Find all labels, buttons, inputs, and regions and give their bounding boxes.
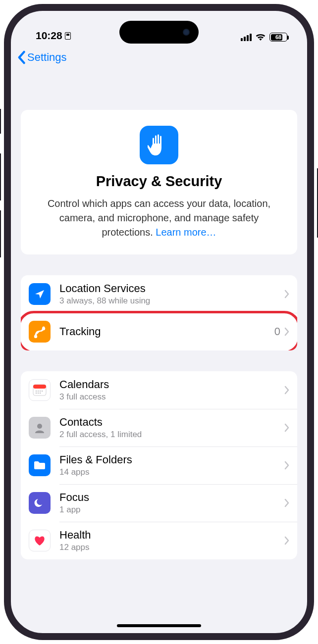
group-apps: Calendars 3 full access Contacts 2	[21, 371, 297, 559]
svg-point-8	[36, 393, 37, 394]
moon-icon	[29, 492, 51, 514]
row-title: Files & Folders	[59, 453, 284, 466]
chevron-right-icon	[284, 461, 289, 470]
phone-volume-down	[0, 210, 1, 257]
status-left: 10:28	[36, 30, 71, 42]
learn-more-link[interactable]: Learn more…	[156, 227, 216, 238]
device-frame-outer: 10:28 68	[0, 0, 318, 644]
svg-point-7	[42, 391, 43, 392]
row-subtitle: 12 apps	[59, 543, 284, 552]
tracking-count: 0	[274, 325, 280, 338]
row-subtitle: 14 apps	[59, 467, 284, 477]
svg-point-6	[40, 391, 41, 392]
home-indicator[interactable]	[117, 624, 201, 627]
row-title: Calendars	[59, 378, 284, 391]
chevron-right-icon	[284, 386, 289, 395]
dynamic-island	[119, 21, 199, 44]
row-subtitle: 3 full access	[59, 392, 284, 402]
page-title: Privacy & Security	[35, 173, 283, 190]
wifi-icon	[255, 33, 266, 41]
row-title: Health	[59, 529, 284, 542]
content-scroll[interactable]: Privacy & Security Control which apps ca…	[12, 71, 306, 559]
chevron-right-icon	[284, 327, 289, 336]
row-subtitle: 3 always, 88 while using	[59, 296, 284, 306]
phone-frame: 10:28 68	[4, 4, 314, 640]
row-files-folders[interactable]: Files & Folders 14 apps	[21, 446, 297, 484]
svg-rect-3	[33, 385, 46, 389]
svg-point-4	[36, 391, 37, 392]
svg-point-5	[38, 391, 39, 392]
svg-point-11	[37, 424, 42, 429]
chevron-right-icon	[284, 536, 289, 545]
chevron-right-icon	[284, 498, 289, 507]
nav-bar: Settings	[12, 44, 306, 71]
folder-icon	[29, 454, 51, 476]
privacy-hand-icon	[140, 126, 178, 164]
status-time: 10:28	[36, 30, 62, 42]
row-subtitle: 1 app	[59, 505, 284, 515]
chevron-right-icon	[284, 423, 289, 432]
svg-point-0	[34, 334, 37, 337]
row-calendars[interactable]: Calendars 3 full access	[21, 371, 297, 409]
screen: 10:28 68	[12, 12, 306, 632]
svg-point-1	[42, 326, 45, 329]
chevron-left-icon	[17, 50, 26, 64]
back-button[interactable]: Settings	[17, 50, 67, 64]
row-subtitle: 2 full access, 1 limited	[59, 430, 284, 440]
row-tracking[interactable]: Tracking 0	[21, 313, 297, 350]
row-focus[interactable]: Focus 1 app	[21, 484, 297, 522]
status-right: 68	[241, 33, 287, 42]
phone-silence-switch	[0, 109, 1, 134]
row-title: Tracking	[59, 325, 274, 338]
row-contacts[interactable]: Contacts 2 full access, 1 limited	[21, 409, 297, 446]
row-title: Focus	[59, 491, 284, 504]
back-label: Settings	[27, 51, 67, 64]
row-title: Location Services	[59, 282, 284, 295]
page-subtitle: Control which apps can access your data,…	[35, 197, 283, 240]
battery-percent: 68	[270, 34, 287, 40]
sim-icon	[65, 32, 71, 40]
battery-icon: 68	[269, 33, 287, 42]
calendar-icon	[29, 379, 51, 401]
chevron-right-icon	[284, 290, 289, 298]
svg-point-9	[38, 393, 39, 394]
location-arrow-icon	[29, 283, 51, 305]
tracking-app-icon	[29, 321, 51, 343]
svg-point-10	[40, 393, 41, 394]
group-location-tracking: Location Services 3 always, 88 while usi…	[21, 275, 297, 350]
phone-volume-up	[0, 153, 1, 200]
cellular-signal-icon	[241, 34, 252, 41]
row-title: Contacts	[59, 416, 284, 429]
row-health[interactable]: Health 12 apps	[21, 522, 297, 559]
row-location-services[interactable]: Location Services 3 always, 88 while usi…	[21, 275, 297, 313]
contacts-icon	[29, 417, 51, 439]
hero-card: Privacy & Security Control which apps ca…	[21, 110, 297, 254]
heart-icon	[29, 530, 51, 551]
